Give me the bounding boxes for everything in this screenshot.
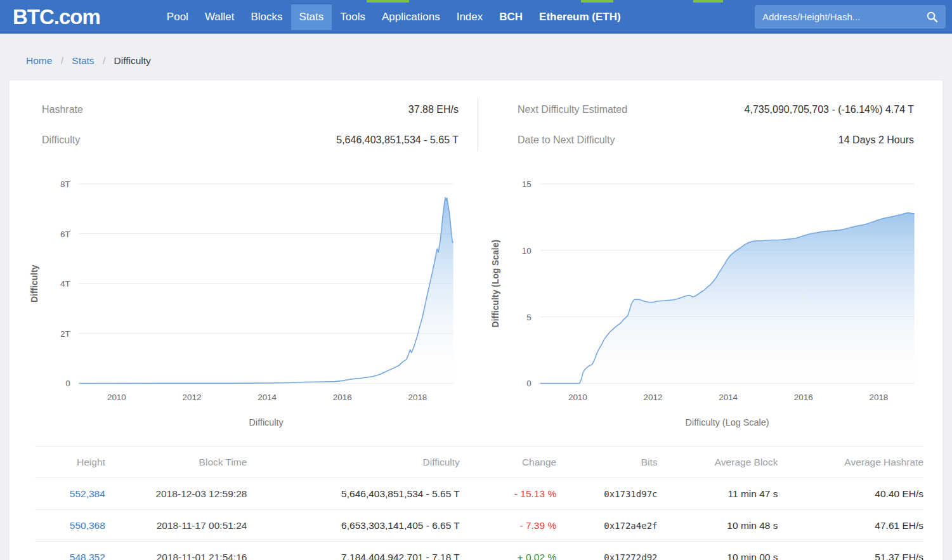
nav-item-wallet[interactable]: Wallet — [197, 4, 243, 30]
search-box — [755, 5, 946, 29]
nav-item-pool[interactable]: Pool — [159, 4, 197, 30]
svg-text:8T: 8T — [60, 179, 70, 189]
nav-item-stats[interactable]: Stats — [291, 4, 332, 30]
stats-card: Hashrate 37.88 EH/s Difficulty 5,646,403… — [10, 81, 942, 560]
block-time-cell: 2018-11-17 00:51:24 — [105, 510, 247, 541]
block-height-link[interactable]: 548,352 — [70, 552, 105, 560]
average-hashrate-cell: 51.37 EH/s — [778, 542, 923, 560]
svg-text:0: 0 — [526, 379, 531, 388]
col-header-block-time: Block Time — [105, 446, 247, 478]
new-indicator — [693, 0, 723, 3]
average-block-cell: 10 min 00 s — [658, 542, 778, 560]
breadcrumb-current: Difficulty — [114, 55, 151, 66]
summary-right: Next Difficulty Estimated 4,735,090,705,… — [518, 94, 914, 155]
svg-text:5: 5 — [526, 313, 531, 322]
change-value: - 7.39 % — [460, 510, 556, 541]
stat-value: 5,646,403,851,534 - 5.65 T — [336, 134, 459, 146]
svg-text:2018: 2018 — [869, 393, 888, 402]
col-header-bits: Bits — [556, 446, 657, 478]
stat-value: 4,735,090,705,703 - (-16.14%) 4.74 T — [745, 104, 914, 115]
change-value: - 15.13 % — [460, 478, 556, 509]
difficulty-table: Height Block Time Difficulty Change Bits… — [35, 446, 923, 560]
stat-date-next-difficulty: Date to Next Difficulty 14 Days 2 Hours — [518, 125, 914, 155]
svg-text:2014: 2014 — [719, 393, 738, 402]
block-time-cell: 2018-11-01 21:54:16 — [105, 542, 247, 560]
svg-text:0: 0 — [65, 379, 70, 388]
table-row: 550,368 2018-11-17 00:51:24 6,653,303,14… — [35, 510, 923, 542]
bits-cell: 0x172a4e2f — [556, 510, 657, 541]
svg-text:2010: 2010 — [107, 393, 126, 402]
table-header-row: Height Block Time Difficulty Change Bits… — [35, 446, 923, 478]
search-icon[interactable] — [926, 11, 938, 23]
btc-logo[interactable]: BTC.com — [13, 5, 100, 29]
nav-item-bch[interactable]: BCH — [491, 4, 531, 30]
breadcrumb-stats[interactable]: Stats — [72, 55, 94, 66]
svg-text:2012: 2012 — [183, 393, 202, 402]
nav-item-index[interactable]: Index — [448, 4, 492, 30]
svg-text:6T: 6T — [60, 230, 70, 239]
block-height-link[interactable]: 550,368 — [70, 520, 105, 531]
col-header-average-hashrate: Average Hashrate — [778, 446, 923, 478]
new-indicator — [367, 0, 409, 3]
average-hashrate-cell: 47.61 EH/s — [778, 510, 923, 541]
new-indicator — [581, 0, 613, 3]
svg-text:Difficulty: Difficulty — [249, 417, 284, 427]
vertical-divider — [478, 98, 478, 152]
col-header-difficulty: Difficulty — [247, 446, 459, 478]
svg-text:2T: 2T — [60, 329, 70, 339]
table-row: 548,352 2018-11-01 21:54:16 7,184,404,94… — [35, 542, 923, 560]
nav-item-blocks[interactable]: Blocks — [242, 4, 290, 30]
col-header-change: Change — [460, 446, 556, 478]
nav-item-ethereum[interactable]: Ethereum (ETH) — [531, 4, 629, 30]
difficulty-log-chart[interactable]: 05101520102012201420162018Difficulty (Lo… — [482, 176, 943, 442]
svg-text:2016: 2016 — [333, 393, 352, 402]
breadcrumb-separator: / — [103, 55, 105, 66]
svg-text:4T: 4T — [60, 279, 70, 289]
average-hashrate-cell: 40.40 EH/s — [778, 478, 923, 509]
stat-label: Difficulty — [42, 134, 80, 146]
summary-stats: Hashrate 37.88 EH/s Difficulty 5,646,403… — [10, 81, 942, 159]
col-header-height: Height — [35, 446, 105, 478]
main-nav: Pool Wallet Blocks Stats Tools Applicati… — [159, 0, 629, 34]
change-value: + 0.02 % — [460, 542, 556, 560]
navbar: BTC.com Pool Wallet Blocks Stats Tools A… — [0, 0, 952, 34]
nav-item-applications[interactable]: Applications — [374, 4, 448, 30]
average-block-cell: 11 min 47 s — [658, 478, 778, 509]
difficulty-cell: 5,646,403,851,534 - 5.65 T — [247, 478, 459, 509]
average-block-cell: 10 min 48 s — [658, 510, 778, 541]
breadcrumb-home[interactable]: Home — [26, 55, 52, 66]
svg-text:2010: 2010 — [568, 393, 587, 402]
svg-text:Difficulty: Difficulty — [29, 264, 39, 303]
summary-left: Hashrate 37.88 EH/s Difficulty 5,646,403… — [42, 94, 459, 155]
stat-value: 37.88 EH/s — [408, 104, 459, 115]
stat-label: Next Difficulty Estimated — [518, 104, 627, 115]
difficulty-linear-chart[interactable]: 02T4T6T8T20102012201420162018DifficultyD… — [21, 176, 482, 442]
stat-value: 14 Days 2 Hours — [838, 134, 914, 146]
difficulty-cell: 6,653,303,141,405 - 6.65 T — [247, 510, 459, 541]
block-height-link[interactable]: 552,384 — [70, 488, 105, 499]
breadcrumb-separator: / — [61, 55, 63, 66]
block-time-cell: 2018-12-03 12:59:28 — [105, 478, 247, 509]
breadcrumb: Home / Stats / Difficulty — [0, 34, 952, 81]
search-input[interactable] — [762, 11, 926, 22]
charts-section: 02T4T6T8T20102012201420162018DifficultyD… — [10, 159, 942, 442]
table-row: 552,384 2018-12-03 12:59:28 5,646,403,85… — [35, 478, 923, 510]
nav-item-tools[interactable]: Tools — [332, 4, 374, 30]
svg-text:15: 15 — [521, 179, 531, 189]
svg-text:10: 10 — [521, 246, 531, 256]
stat-difficulty: Difficulty 5,646,403,851,534 - 5.65 T — [42, 125, 459, 155]
svg-text:2018: 2018 — [408, 393, 427, 402]
col-header-average-block: Average Block — [658, 446, 778, 478]
svg-text:Difficulty (Log Scale): Difficulty (Log Scale) — [490, 240, 500, 327]
stat-next-difficulty: Next Difficulty Estimated 4,735,090,705,… — [518, 94, 914, 125]
stat-hashrate: Hashrate 37.88 EH/s — [42, 94, 459, 125]
stat-label: Date to Next Difficulty — [518, 134, 615, 146]
stat-label: Hashrate — [42, 104, 83, 115]
svg-text:2016: 2016 — [793, 393, 812, 402]
svg-text:2014: 2014 — [258, 393, 277, 402]
svg-text:2012: 2012 — [643, 393, 662, 402]
bits-cell: 0x1731d97c — [556, 478, 657, 509]
bits-cell: 0x17272d92 — [556, 542, 657, 560]
svg-text:Difficulty (Log Scale): Difficulty (Log Scale) — [685, 417, 769, 427]
difficulty-cell: 7,184,404,942,701 - 7.18 T — [247, 542, 459, 560]
